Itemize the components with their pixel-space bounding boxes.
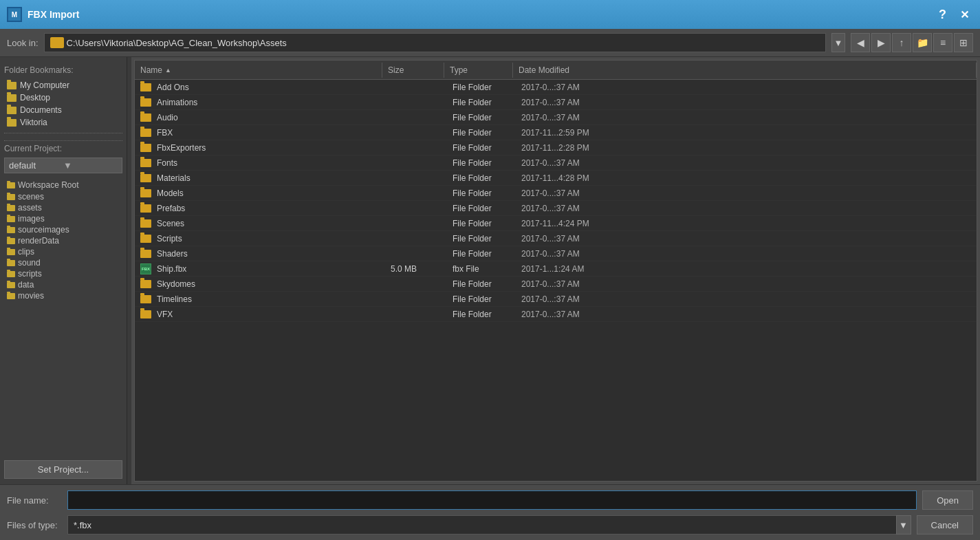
folder-file-icon bbox=[140, 295, 151, 303]
sidebar-tree-renderdata[interactable]: renderData bbox=[4, 235, 122, 246]
files-of-type-value: *.fbx bbox=[74, 520, 91, 530]
detail-view-button[interactable]: ⊞ bbox=[954, 33, 973, 52]
file-cell-type: File Folder bbox=[450, 143, 519, 153]
sidebar-item-documents[interactable]: Documents bbox=[4, 104, 122, 116]
sidebar-item-my-computer-label: My Computer bbox=[20, 80, 69, 90]
file-cell-date: 2017-0...:37 AM bbox=[519, 279, 977, 289]
file-cell-date: 2017-0...:37 AM bbox=[519, 113, 977, 122]
file-cell-type: File Folder bbox=[450, 98, 519, 107]
sidebar-tree-sourceimages[interactable]: sourceimages bbox=[4, 224, 122, 235]
col-header-name[interactable]: Name ▲ bbox=[135, 63, 382, 78]
folder-file-icon bbox=[140, 129, 151, 137]
sidebar-tree-clips[interactable]: clips bbox=[4, 246, 122, 257]
project-dropdown[interactable]: default ▼ bbox=[4, 158, 122, 173]
sidebar-item-desktop-label: Desktop bbox=[20, 93, 50, 102]
sidebar-tree-data[interactable]: data bbox=[4, 279, 122, 290]
sidebar-tree-images[interactable]: images bbox=[4, 213, 122, 224]
file-cell-name: Timelines bbox=[154, 294, 388, 304]
file-name-input[interactable] bbox=[67, 490, 917, 510]
file-row[interactable]: Fonts File Folder 2017-0...:37 AM bbox=[135, 155, 977, 171]
folder-file-icon bbox=[140, 98, 151, 107]
file-row[interactable]: Shaders File Folder 2017-0...:37 AM bbox=[135, 246, 977, 261]
list-view-button[interactable]: ≡ bbox=[933, 33, 952, 52]
sidebar-tree: scenes assets images sourceimages render… bbox=[4, 191, 122, 456]
set-project-button[interactable]: Set Project... bbox=[4, 460, 122, 479]
toolbar-buttons: ◀ ▶ ↑ 📁 ≡ ⊞ bbox=[851, 33, 973, 52]
sidebar-workspace-root[interactable]: Workspace Root bbox=[4, 179, 122, 191]
files-of-type-dropdown[interactable]: ▼ bbox=[896, 515, 911, 534]
bottom-area: File name: Open Files of type: *.fbx ▼ C… bbox=[0, 484, 980, 540]
file-row[interactable]: Prefabs File Folder 2017-0...:37 AM bbox=[135, 201, 977, 216]
folder-bookmarks-label: Folder Bookmarks: bbox=[4, 65, 122, 75]
file-name-label: File name: bbox=[7, 495, 62, 506]
sidebar-tree-scripts[interactable]: scripts bbox=[4, 268, 122, 279]
my-computer-icon bbox=[7, 82, 17, 89]
file-row[interactable]: FBX Ship.fbx 5.0 MB fbx File 2017-1...1:… bbox=[135, 261, 977, 277]
folder-file-icon bbox=[140, 83, 151, 91]
open-button[interactable]: Open bbox=[922, 490, 973, 510]
file-cell-date: 2017-11...2:28 PM bbox=[519, 143, 977, 153]
folder-file-icon bbox=[140, 204, 151, 213]
sidebar-tree-movies[interactable]: movies bbox=[4, 290, 122, 301]
folder-file-icon bbox=[140, 114, 151, 122]
nav-forward-button[interactable]: ▶ bbox=[871, 33, 891, 52]
file-list: Add Ons File Folder 2017-0...:37 AM Anim… bbox=[135, 80, 977, 481]
col-header-size[interactable]: Size bbox=[382, 63, 444, 78]
file-panel: Name ▲ Size Type Date Modified Add Ons F bbox=[134, 60, 977, 482]
file-list-header: Name ▲ Size Type Date Modified bbox=[135, 61, 977, 80]
file-cell-size: 5.0 MB bbox=[388, 264, 450, 274]
sidebar-item-viktoria-label: Viktoria bbox=[20, 118, 47, 127]
file-row[interactable]: Models File Folder 2017-0...:37 AM bbox=[135, 186, 977, 201]
nav-back-button[interactable]: ◀ bbox=[851, 33, 870, 52]
file-row[interactable]: Scripts File Folder 2017-0...:37 AM bbox=[135, 231, 977, 246]
file-row[interactable]: Scenes File Folder 2017-11...4:24 PM bbox=[135, 216, 977, 231]
file-cell-type: fbx File bbox=[450, 264, 519, 274]
close-button[interactable]: ✕ bbox=[956, 7, 973, 23]
file-cell-date: 2017-1...1:24 AM bbox=[519, 264, 977, 274]
file-row[interactable]: Timelines File Folder 2017-0...:37 AM bbox=[135, 292, 977, 307]
nav-up-button[interactable]: ↑ bbox=[892, 33, 911, 52]
file-row[interactable]: Add Ons File Folder 2017-0...:37 AM bbox=[135, 80, 977, 95]
project-dropdown-arrow: ▼ bbox=[63, 160, 118, 171]
help-button[interactable]: ? bbox=[935, 6, 950, 23]
cancel-button[interactable]: Cancel bbox=[917, 515, 973, 534]
file-row[interactable]: Animations File Folder 2017-0...:37 AM bbox=[135, 95, 977, 110]
folder-file-icon bbox=[140, 219, 151, 228]
col-header-date[interactable]: Date Modified bbox=[513, 63, 977, 78]
sidebar-resizer[interactable] bbox=[127, 57, 131, 484]
file-cell-type: File Folder bbox=[450, 158, 519, 168]
file-row[interactable]: VFX File Folder 2017-0...:37 AM bbox=[135, 307, 977, 322]
folder-file-icon bbox=[140, 189, 151, 197]
file-row[interactable]: Skydomes File Folder 2017-0...:37 AM bbox=[135, 277, 977, 292]
files-of-type-display[interactable]: *.fbx bbox=[67, 515, 897, 534]
file-cell-date: 2017-0...:37 AM bbox=[519, 294, 977, 304]
file-cell-type: File Folder bbox=[450, 173, 519, 183]
file-row[interactable]: FbxExporters File Folder 2017-11...2:28 … bbox=[135, 140, 977, 155]
file-cell-date: 2017-0...:37 AM bbox=[519, 310, 977, 319]
sidebar-item-my-computer[interactable]: My Computer bbox=[4, 79, 122, 91]
sidebar-tree-assets[interactable]: assets bbox=[4, 202, 122, 213]
file-cell-date: 2017-0...:37 AM bbox=[519, 83, 977, 92]
sidebar-item-viktoria[interactable]: Viktoria bbox=[4, 116, 122, 129]
title-bar: M FBX Import ? ✕ bbox=[0, 0, 980, 29]
sidebar-item-desktop[interactable]: Desktop bbox=[4, 91, 122, 104]
file-cell-type: File Folder bbox=[450, 310, 519, 319]
new-folder-button[interactable]: 📁 bbox=[913, 33, 932, 52]
look-in-dropdown[interactable]: ▼ bbox=[831, 33, 845, 52]
sidebar-tree-scenes[interactable]: scenes bbox=[4, 191, 122, 202]
file-row[interactable]: Materials File Folder 2017-11...4:28 PM bbox=[135, 171, 977, 186]
file-row[interactable]: Audio File Folder 2017-0...:37 AM bbox=[135, 110, 977, 125]
file-cell-type: File Folder bbox=[450, 279, 519, 289]
look-in-bar: Look in: C:\Users\Viktoria\Desktop\AG_Cl… bbox=[0, 29, 980, 57]
file-row[interactable]: FBX File Folder 2017-11...2:59 PM bbox=[135, 125, 977, 140]
scenes-icon bbox=[7, 194, 15, 200]
folder-file-icon bbox=[140, 159, 151, 167]
look-in-input[interactable]: C:\Users\Viktoria\Desktop\AG_Clean_Works… bbox=[44, 33, 826, 52]
movies-icon bbox=[7, 293, 15, 299]
sidebar-tree-sound[interactable]: sound bbox=[4, 257, 122, 268]
renderdata-icon bbox=[7, 238, 15, 244]
col-header-type[interactable]: Type bbox=[444, 63, 513, 78]
file-cell-name: FBX bbox=[154, 128, 388, 138]
dialog: Look in: C:\Users\Viktoria\Desktop\AG_Cl… bbox=[0, 29, 980, 540]
file-cell-type: File Folder bbox=[450, 188, 519, 198]
